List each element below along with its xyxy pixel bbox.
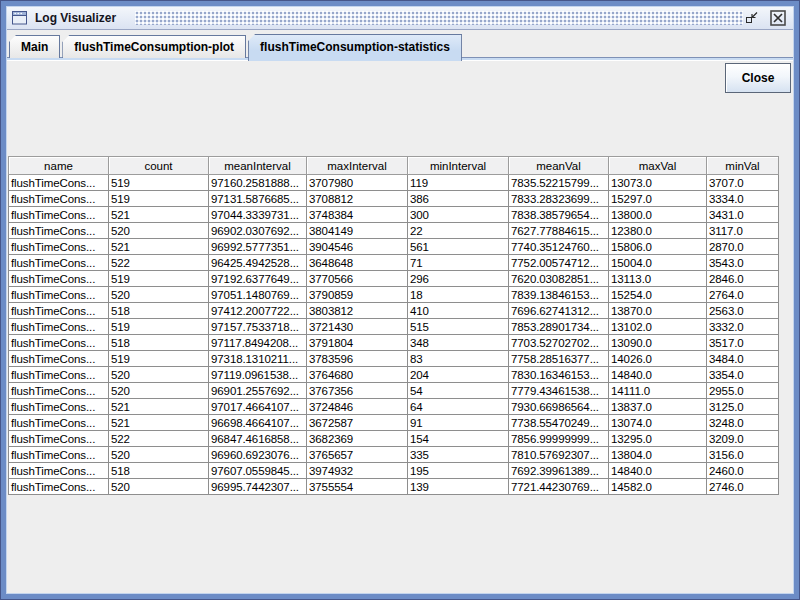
table-row[interactable]: flushTimeCons...52096995.7442307...37555… [9, 479, 779, 495]
table-cell[interactable]: 520 [109, 383, 209, 399]
table-row[interactable]: flushTimeCons...52096960.6923076...37656… [9, 447, 779, 463]
table-cell[interactable]: 3708812 [307, 191, 408, 207]
table-cell[interactable]: 522 [109, 255, 209, 271]
table-cell[interactable]: 519 [109, 191, 209, 207]
table-cell[interactable]: flushTimeCons... [9, 415, 109, 431]
table-cell[interactable]: 520 [109, 223, 209, 239]
table-cell[interactable]: 96425.4942528... [209, 255, 307, 271]
table-row[interactable]: flushTimeCons...51897117.8494208...37918… [9, 335, 779, 351]
table-cell[interactable]: 14111.0 [609, 383, 707, 399]
table-cell[interactable]: 7930.66986564... [509, 399, 609, 415]
table-cell[interactable]: 96902.0307692... [209, 223, 307, 239]
table-cell[interactable]: 139 [408, 479, 509, 495]
table-cell[interactable]: 7740.35124760... [509, 239, 609, 255]
table-cell[interactable]: 3334.0 [707, 191, 779, 207]
table-row[interactable]: flushTimeCons...52197017.4664107...37248… [9, 399, 779, 415]
column-header-maxInterval[interactable]: maxInterval [307, 157, 408, 175]
table-cell[interactable]: 13870.0 [609, 303, 707, 319]
table-cell[interactable]: 96698.4664107... [209, 415, 307, 431]
table-cell[interactable]: flushTimeCons... [9, 367, 109, 383]
table-cell[interactable]: 7692.39961389... [509, 463, 609, 479]
table-cell[interactable]: 71 [408, 255, 509, 271]
table-cell[interactable]: 521 [109, 415, 209, 431]
table-cell[interactable]: 3724846 [307, 399, 408, 415]
table-cell[interactable]: 14840.0 [609, 463, 707, 479]
table-cell[interactable]: 22 [408, 223, 509, 239]
table-cell[interactable]: 195 [408, 463, 509, 479]
table-cell[interactable]: flushTimeCons... [9, 287, 109, 303]
table-row[interactable]: flushTimeCons...52096902.0307692...38041… [9, 223, 779, 239]
table-cell[interactable]: 7703.52702702... [509, 335, 609, 351]
table-cell[interactable]: 7853.28901734... [509, 319, 609, 335]
table-cell[interactable]: 14840.0 [609, 367, 707, 383]
table-cell[interactable]: 18 [408, 287, 509, 303]
table-cell[interactable]: 7738.55470249... [509, 415, 609, 431]
table-cell[interactable]: 13073.0 [609, 175, 707, 191]
table-cell[interactable]: flushTimeCons... [9, 399, 109, 415]
table-cell[interactable]: 3767356 [307, 383, 408, 399]
table-row[interactable]: flushTimeCons...52097119.0961538...37646… [9, 367, 779, 383]
table-row[interactable]: flushTimeCons...51897412.2007722...38038… [9, 303, 779, 319]
table-cell[interactable]: 3764680 [307, 367, 408, 383]
table-cell[interactable]: 3125.0 [707, 399, 779, 415]
table-cell[interactable]: flushTimeCons... [9, 175, 109, 191]
table-cell[interactable]: 13804.0 [609, 447, 707, 463]
table-cell[interactable]: 2846.0 [707, 271, 779, 287]
table-cell[interactable]: 515 [408, 319, 509, 335]
close-button[interactable]: Close [725, 63, 791, 93]
table-cell[interactable]: flushTimeCons... [9, 447, 109, 463]
table-cell[interactable]: 2870.0 [707, 239, 779, 255]
table-cell[interactable]: 97051.1480769... [209, 287, 307, 303]
table-cell[interactable]: 3248.0 [707, 415, 779, 431]
table-cell[interactable]: 13074.0 [609, 415, 707, 431]
table-cell[interactable]: 7779.43461538... [509, 383, 609, 399]
table-cell[interactable]: 520 [109, 287, 209, 303]
table-row[interactable]: flushTimeCons...52097051.1480769...37908… [9, 287, 779, 303]
table-cell[interactable]: 15806.0 [609, 239, 707, 255]
table-cell[interactable]: flushTimeCons... [9, 191, 109, 207]
table-cell[interactable]: 521 [109, 399, 209, 415]
table-cell[interactable]: 7839.13846153... [509, 287, 609, 303]
table-cell[interactable]: 97117.8494208... [209, 335, 307, 351]
table-cell[interactable]: 15297.0 [609, 191, 707, 207]
table-cell[interactable]: 7620.03082851... [509, 271, 609, 287]
column-header-minInterval[interactable]: minInterval [408, 157, 509, 175]
table-row[interactable]: flushTimeCons...52296425.4942528...36486… [9, 255, 779, 271]
column-header-name[interactable]: name [9, 157, 109, 175]
table-cell[interactable]: 7721.44230769... [509, 479, 609, 495]
table-cell[interactable]: 3770566 [307, 271, 408, 287]
table-cell[interactable]: 3791804 [307, 335, 408, 351]
table-cell[interactable]: 3974932 [307, 463, 408, 479]
table-cell[interactable]: 96901.2557692... [209, 383, 307, 399]
table-cell[interactable]: 7835.52215799... [509, 175, 609, 191]
table-cell[interactable]: 296 [408, 271, 509, 287]
table-cell[interactable]: 13113.0 [609, 271, 707, 287]
table-row[interactable]: flushTimeCons...52096901.2557692...37673… [9, 383, 779, 399]
table-cell[interactable]: flushTimeCons... [9, 463, 109, 479]
table-cell[interactable]: 2764.0 [707, 287, 779, 303]
table-cell[interactable]: 3804149 [307, 223, 408, 239]
table-cell[interactable]: 3790859 [307, 287, 408, 303]
column-header-meanVal[interactable]: meanVal [509, 157, 609, 175]
table-cell[interactable]: 14582.0 [609, 479, 707, 495]
table-cell[interactable]: 519 [109, 351, 209, 367]
table-cell[interactable]: flushTimeCons... [9, 271, 109, 287]
table-cell[interactable]: 7830.16346153... [509, 367, 609, 383]
table-row[interactable]: flushTimeCons...51997160.2581888...37079… [9, 175, 779, 191]
table-cell[interactable]: 3721430 [307, 319, 408, 335]
table-cell[interactable]: 97412.2007722... [209, 303, 307, 319]
table-cell[interactable]: flushTimeCons... [9, 335, 109, 351]
table-cell[interactable]: 13102.0 [609, 319, 707, 335]
table-cell[interactable]: 518 [109, 335, 209, 351]
table-cell[interactable]: 97318.1310211... [209, 351, 307, 367]
table-cell[interactable]: 520 [109, 447, 209, 463]
table-cell[interactable]: 7627.77884615... [509, 223, 609, 239]
table-cell[interactable]: 7833.28323699... [509, 191, 609, 207]
table-cell[interactable]: 64 [408, 399, 509, 415]
table-cell[interactable]: 521 [109, 239, 209, 255]
column-header-minVal[interactable]: minVal [707, 157, 779, 175]
table-cell[interactable]: 13800.0 [609, 207, 707, 223]
tab-flushtimeconsumption-statistics[interactable]: flushTimeConsumption-statistics [248, 34, 462, 61]
table-cell[interactable]: 3517.0 [707, 335, 779, 351]
table-cell[interactable]: flushTimeCons... [9, 479, 109, 495]
